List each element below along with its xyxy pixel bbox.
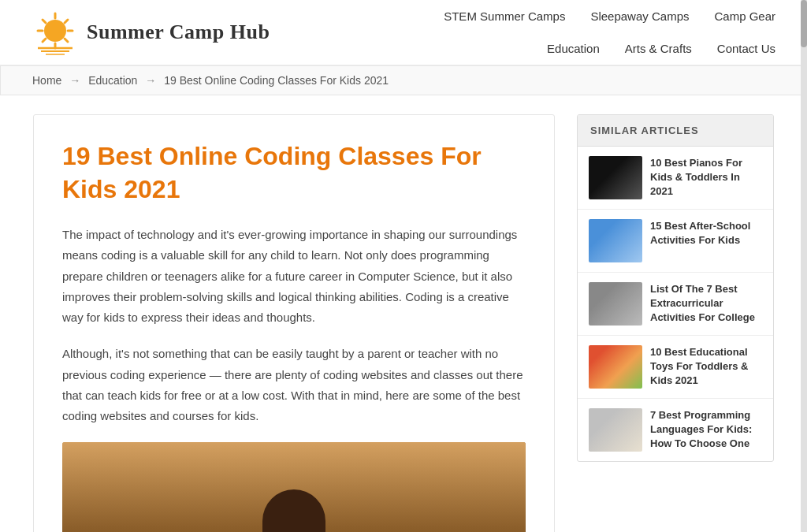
toys-thumbnail [589, 345, 642, 389]
nav-arts[interactable]: Arts & Crafts [625, 42, 692, 55]
article-paragraph-2: Although, it's not something that can be… [62, 344, 526, 426]
svg-line-8 [43, 39, 46, 42]
nav-contact[interactable]: Contact Us [717, 42, 775, 55]
similar-item-programming[interactable]: 7 Best Programming Languages For Kids: H… [578, 399, 773, 461]
piano-thumbnail [589, 156, 642, 199]
similar-thumb-afterschool [589, 219, 642, 262]
logo-area[interactable]: Summer Camp Hub [32, 2, 270, 62]
activities-thumbnail [589, 282, 642, 326]
similar-articles-box: SIMILAR ARTICLES 10 Best Pianos For Kids… [577, 114, 774, 462]
nav-education[interactable]: Education [547, 42, 600, 55]
svg-line-7 [65, 20, 68, 23]
similar-thumb-programming [589, 408, 642, 452]
svg-point-0 [44, 20, 66, 42]
nav-row-1: STEM Summer Camps Sleepaway Camps Camp G… [444, 0, 775, 32]
similar-title-toys: 10 Best Educational Toys For Toddlers & … [650, 345, 762, 389]
main-container: 19 Best Online Coding Classes For Kids 2… [17, 114, 790, 532]
breadcrumb: Home → Education → 19 Best Online Coding… [0, 65, 807, 95]
breadcrumb-home[interactable]: Home [32, 74, 61, 87]
scrollbar[interactable] [801, 0, 807, 532]
site-name: Summer Camp Hub [87, 20, 270, 44]
breadcrumb-current: 19 Best Online Coding Classes For Kids 2… [164, 74, 389, 87]
figure-silhouette [262, 489, 325, 532]
similar-thumb-toys [589, 345, 642, 389]
scrollbar-thumb[interactable] [801, 0, 807, 47]
programming-thumbnail [589, 408, 642, 452]
svg-line-6 [65, 39, 68, 42]
similar-thumb-pianos [589, 156, 642, 199]
similar-item-pianos[interactable]: 10 Best Pianos For Kids & Toddlers In 20… [578, 147, 773, 210]
breadcrumb-education[interactable]: Education [88, 74, 137, 87]
article-image [62, 442, 526, 532]
similar-thumb-extracurricular [589, 282, 642, 326]
article: 19 Best Online Coding Classes For Kids 2… [33, 114, 555, 532]
site-header: Summer Camp Hub STEM Summer Camps Sleepa… [0, 0, 807, 65]
breadcrumb-arrow-2: → [145, 74, 156, 87]
navigation: STEM Summer Camps Sleepaway Camps Camp G… [444, 0, 775, 65]
nav-gear[interactable]: Camp Gear [714, 9, 775, 23]
nav-stem[interactable]: STEM Summer Camps [444, 9, 565, 23]
sidebar: SIMILAR ARTICLES 10 Best Pianos For Kids… [577, 114, 774, 532]
nav-row-2: Education Arts & Crafts Contact Us [547, 32, 775, 65]
article-image-inner [62, 442, 526, 532]
similar-title-extracurricular: List Of The 7 Best Extracurricular Activ… [650, 282, 762, 326]
nav-sleepaway[interactable]: Sleepaway Camps [590, 9, 689, 23]
article-body: The impact of technology and it's ever-g… [62, 225, 526, 426]
svg-line-5 [43, 20, 46, 23]
breadcrumb-arrow-1: → [69, 74, 80, 87]
similar-item-extracurricular[interactable]: List Of The 7 Best Extracurricular Activ… [578, 273, 773, 336]
article-paragraph-1: The impact of technology and it's ever-g… [62, 225, 526, 328]
similar-title-programming: 7 Best Programming Languages For Kids: H… [650, 408, 762, 452]
similar-item-toys[interactable]: 10 Best Educational Toys For Toddlers & … [578, 336, 773, 399]
crafts-thumbnail [589, 219, 642, 262]
article-title: 19 Best Online Coding Classes For Kids 2… [62, 140, 526, 206]
similar-articles-header: SIMILAR ARTICLES [578, 115, 773, 147]
similar-item-afterschool[interactable]: 15 Best After-School Activities For Kids [578, 210, 773, 273]
logo-icon [32, 9, 79, 56]
similar-title-pianos: 10 Best Pianos For Kids & Toddlers In 20… [650, 156, 762, 199]
similar-title-afterschool: 15 Best After-School Activities For Kids [650, 219, 762, 247]
